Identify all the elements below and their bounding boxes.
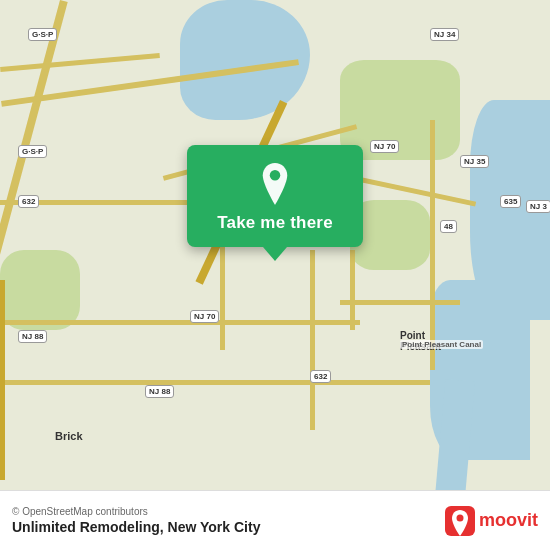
road-vert-left — [0, 280, 5, 480]
road-horz-right — [340, 300, 460, 305]
moovit-brand-text: moovit — [479, 510, 538, 531]
take-me-there-popup[interactable]: Take me there — [187, 145, 363, 261]
take-me-there-button[interactable]: Take me there — [217, 213, 333, 233]
road-mid — [0, 320, 360, 325]
canal-label: Point Pleasant Canal — [400, 340, 483, 349]
card-pointer — [263, 247, 287, 261]
moovit-icon — [445, 506, 475, 536]
road-shield-nj3-right: NJ 3 — [526, 200, 550, 213]
road-vert-right — [350, 250, 355, 330]
location-pin-icon — [254, 163, 296, 205]
road-shield-gsp-top: G·S·P — [28, 28, 57, 41]
park-left — [0, 250, 80, 330]
osm-attribution: © OpenStreetMap contributors — [12, 506, 260, 517]
road-shield-gsp-left2: G·S·P — [18, 145, 47, 158]
road-shield-s632-mid: 632 — [310, 370, 331, 383]
road-shield-nj70-top: NJ 70 — [370, 140, 399, 153]
road-shield-nj35: NJ 35 — [460, 155, 489, 168]
town-label-brick: Brick — [55, 430, 83, 442]
road-shield-nj88-left: NJ 88 — [18, 330, 47, 343]
road-nj88 — [0, 380, 430, 385]
road-vert-mid — [310, 250, 315, 430]
road-shield-s48: 48 — [440, 220, 457, 233]
bottom-bar: © OpenStreetMap contributors Unlimited R… — [0, 490, 550, 550]
road-shield-nj34: NJ 34 — [430, 28, 459, 41]
road-shield-s632-left: 632 — [18, 195, 39, 208]
map-container: G·S·PNJ 34NJ 70NJ 3548635632NJ 88NJ 7063… — [0, 0, 550, 550]
road-shield-nj88-mid: NJ 88 — [145, 385, 174, 398]
road-shield-nj70-mid: NJ 70 — [190, 310, 219, 323]
svg-point-0 — [270, 170, 281, 181]
svg-point-2 — [456, 514, 463, 521]
green-card[interactable]: Take me there — [187, 145, 363, 247]
road-shield-s635: 635 — [500, 195, 521, 208]
moovit-logo: moovit — [445, 506, 538, 536]
bottom-left: © OpenStreetMap contributors Unlimited R… — [12, 506, 260, 535]
location-name: Unlimited Remodeling, New York City — [12, 519, 260, 535]
